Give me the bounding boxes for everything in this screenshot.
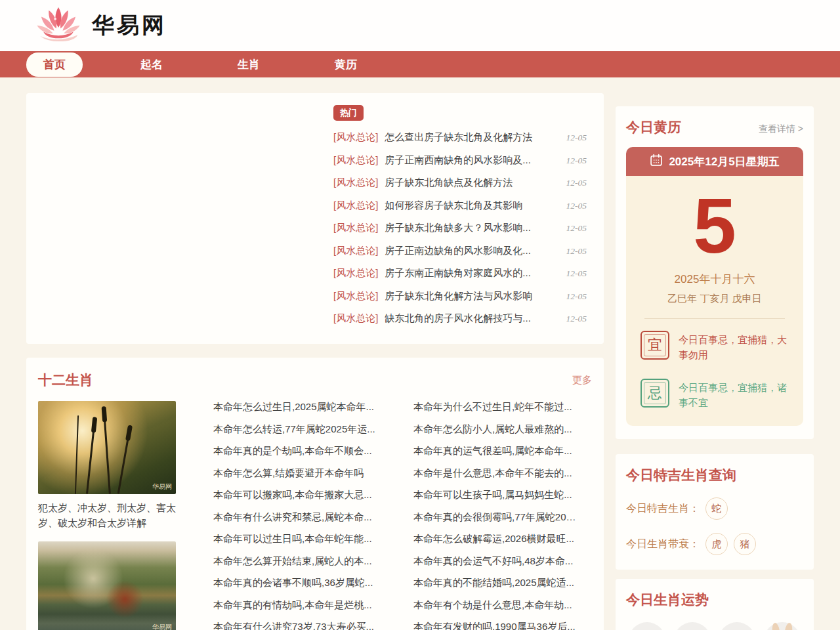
ji-seal-icon: 忌 [640, 379, 669, 408]
hot-list-item[interactable]: [风水总论] 房子正南西南缺角的风水影响及... 12-05 [333, 154, 587, 167]
hot-list-item[interactable]: [风水总论] 房子缺东北角化解方法与风水影响 12-05 [333, 290, 587, 303]
zodiac-article-link[interactable]: 本命年真的是个劫吗,本命年不顺会... [213, 445, 377, 457]
rabbit-zodiac-icon[interactable] [764, 622, 801, 630]
article-title-link[interactable]: 房子东南正南缺角对家庭风水的... [385, 267, 558, 280]
lucky-zodiac-card: 今日特吉生肖查询 今日特吉生肖： 蛇 今日生肖带衰： 虎 猪 [616, 454, 814, 570]
article-title-link[interactable]: 房子缺东北角化解方法与风水影响 [385, 290, 558, 303]
article-date: 12-05 [566, 133, 587, 143]
article-category-link[interactable]: [风水总论] [333, 131, 378, 144]
sidebar: 今日黄历 查看详情 > [616, 93, 814, 630]
almanac-detail-link[interactable]: 查看详情 > [759, 123, 803, 135]
zodiac-article-link[interactable]: 本命年真的会诸事不顺吗,36岁属蛇... [213, 577, 377, 589]
calendar-ganzhi: 乙巳年 丁亥月 戊申日 [637, 293, 793, 305]
article-date: 12-05 [566, 246, 587, 257]
zodiac-article-link[interactable]: 本命年怎么转运,77年属蛇2025年运... [213, 423, 377, 436]
zodiac-article-link[interactable]: 本命年怎么破解霉运,2026横财最旺... [413, 533, 578, 545]
zodiac-article-link[interactable]: 本命年真的运气很差吗,属蛇本命年... [413, 445, 578, 457]
hot-list-item[interactable]: [风水总论] 缺东北角的房子风水化解技巧与... 12-05 [333, 312, 587, 325]
hot-list-item[interactable]: [风水总论] 怎么查出房子缺东北角及化解方法 12-05 [333, 131, 587, 144]
article-category-link[interactable]: [风水总论] [333, 154, 378, 167]
zodiac-article-link[interactable]: 本命年可以过生日吗,本命年蛇年能... [213, 533, 377, 545]
lucky-zodiac-label: 今日特吉生肖： [626, 502, 700, 516]
article-title-link[interactable]: 房子缺东北角缺多大？风水影响... [385, 222, 558, 234]
calendar-body: 5 2025年十月十六 乙巳年 丁亥月 戊申日 宜 今日百事忌，宜捕猎，大事勿用… [626, 176, 803, 426]
article-category-link[interactable]: [风水总论] [333, 200, 378, 212]
article-title-link[interactable]: 如何形容房子缺东北角及其影响 [385, 200, 558, 212]
calendar-divider [644, 318, 785, 319]
article-date: 12-05 [566, 156, 587, 166]
zodiac-featured-column: 华易网 犯太岁、冲太岁、刑太岁、害太岁、破太岁和合太岁详解 华易网 [38, 401, 176, 630]
hot-list-item[interactable]: [风水总论] 房子缺东北角缺点及化解方法 12-05 [333, 177, 587, 189]
article-category-link[interactable]: [风水总论] [333, 245, 378, 257]
featured-image-caption-link[interactable]: 犯太岁、冲太岁、刑太岁、害太岁、破太岁和合太岁详解 [38, 500, 176, 531]
zodiac-more-link[interactable]: 更多 [572, 374, 592, 387]
hot-list-item[interactable]: [风水总论] 房子缺东北角缺多大？风水影响... 12-05 [333, 222, 587, 234]
article-title-link[interactable]: 房子正南西南缺角的风水影响及... [385, 154, 558, 167]
zodiac-article-link[interactable]: 本命年怎么防小人,属蛇人最难熬的... [413, 423, 578, 436]
site-title[interactable]: 华易网 [92, 10, 167, 41]
zodiac-article-link[interactable]: 本命年真的会运气不好吗,48岁本命... [413, 555, 578, 568]
article-category-link[interactable]: [风水总论] [333, 222, 378, 234]
zodiac-article-link[interactable]: 本命年有个劫是什么意思,本命年劫... [413, 599, 578, 612]
zodiac-article-link[interactable]: 本命年怎么过生日,2025属蛇本命年... [213, 401, 377, 413]
article-date: 12-05 [566, 178, 587, 188]
tiger-zodiac-icon[interactable] [719, 622, 755, 630]
lucky-zodiac-title: 今日特吉生肖查询 [626, 467, 736, 482]
calendar-header: 2025年12月5日星期五 [626, 147, 803, 176]
almanac-card: 今日黄历 查看详情 > [616, 106, 814, 439]
nav-item-naming[interactable]: 起名 [123, 52, 180, 77]
unlucky-zodiac-label: 今日生肖带衰： [626, 537, 700, 551]
lotus-logo-icon [32, 4, 85, 47]
hot-badge: 热门 [333, 105, 364, 121]
article-date: 12-05 [566, 201, 587, 211]
article-title-link[interactable]: 怎么查出房子缺东北角及化解方法 [385, 131, 558, 144]
article-date: 12-05 [566, 223, 587, 234]
calendar-day-number: 5 [637, 182, 793, 269]
nav-item-home[interactable]: 首页 [26, 52, 83, 77]
zodiac-article-link[interactable]: 本命年怎么算,结婚要避开本命年吗 [213, 467, 377, 480]
zodiac-article-link[interactable]: 本命年可以生孩子吗,属马妈妈生蛇... [413, 489, 578, 501]
calendar-lunar-date: 2025年十月十六 [637, 272, 793, 287]
zodiac-article-link[interactable]: 本命年是什么意思,本命年不能去的... [413, 467, 578, 480]
hot-list-item[interactable]: [风水总论] 房子东南正南缺角对家庭风水的... 12-05 [333, 267, 587, 280]
nav-item-almanac[interactable]: 黄历 [318, 52, 374, 77]
fortune-card: 今日生肖运势 [616, 579, 814, 630]
zodiac-badge-pig[interactable]: 猪 [734, 533, 756, 555]
article-category-link[interactable]: [风水总论] [333, 312, 378, 325]
yi-seal-icon: 宜 [640, 331, 669, 360]
zodiac-article-link[interactable]: 本命年真的有情劫吗,本命年是烂桃... [213, 599, 377, 612]
site-logo-link[interactable]: 华易网 [32, 4, 167, 47]
article-category-link[interactable]: [风水总论] [333, 177, 378, 189]
carousel-placeholder [26, 93, 328, 344]
zodiac-badge-tiger[interactable]: 虎 [705, 533, 728, 555]
article-category-link[interactable]: [风水总论] [333, 290, 378, 303]
ox-zodiac-icon[interactable] [674, 622, 711, 630]
image-watermark: 华易网 [152, 623, 172, 630]
zodiac-article-link[interactable]: 本命年真的会很倒霉吗,77年属蛇202... [413, 511, 578, 524]
zodiac-badge-snake[interactable]: 蛇 [705, 497, 728, 520]
article-category-link[interactable]: [风水总论] [333, 267, 378, 280]
hot-list-item[interactable]: [风水总论] 如何形容房子缺东北角及其影响 12-05 [333, 200, 587, 212]
calendar-date-header: 2025年12月5日星期五 [669, 154, 779, 169]
zodiac-article-link[interactable]: 本命年真的不能结婚吗,2025属蛇适... [413, 577, 578, 589]
main-column: 热门 [风水总论] 怎么查出房子缺东北角及化解方法 12-05 [风水总论] 房… [26, 93, 604, 630]
article-title-link[interactable]: 房子正南边缺角的风水影响及化... [385, 245, 558, 257]
zodiac-article-link[interactable]: 本命年有什么讲究和禁忌,属蛇本命... [213, 511, 377, 524]
hot-list-item[interactable]: [风水总论] 房子正南边缺角的风水影响及化... 12-05 [333, 245, 587, 257]
featured-image-sunset-grass[interactable]: 华易网 [38, 401, 176, 494]
zodiac-article-link[interactable]: 本命年有什么讲究73岁,73大寿必买... [213, 621, 377, 630]
zodiac-article-link[interactable]: 本命年怎么算开始结束,属蛇人的本... [213, 555, 377, 568]
zodiac-article-link[interactable]: 本命年为什么不过生日,蛇年不能过... [413, 401, 578, 413]
nav-item-zodiac[interactable]: 生肖 [220, 52, 277, 77]
main-nav: 首页 起名 生肖 黄历 [0, 51, 840, 77]
zodiac-section-card: 十二生肖 更多 华易网 犯太岁、冲太岁、刑太岁、害太岁、破太岁和合太岁详解 华易… [26, 358, 604, 630]
zodiac-article-link[interactable]: 本命年有发财的吗,1990属马36岁后... [413, 621, 578, 630]
rat-zodiac-icon[interactable] [629, 622, 665, 630]
featured-image-autumn-lake[interactable]: 华易网 [38, 541, 176, 630]
almanac-title: 今日黄历 [626, 118, 681, 136]
article-date: 12-05 [566, 268, 587, 279]
zodiac-article-link[interactable]: 本命年可以搬家吗,本命年搬家大忌... [213, 489, 377, 501]
article-title-link[interactable]: 房子缺东北角缺点及化解方法 [385, 177, 558, 189]
article-title-link[interactable]: 缺东北角的房子风水化解技巧与... [385, 312, 558, 325]
calendar-widget[interactable]: 2025年12月5日星期五 5 2025年十月十六 乙巳年 丁亥月 戊申日 宜 … [626, 147, 803, 426]
